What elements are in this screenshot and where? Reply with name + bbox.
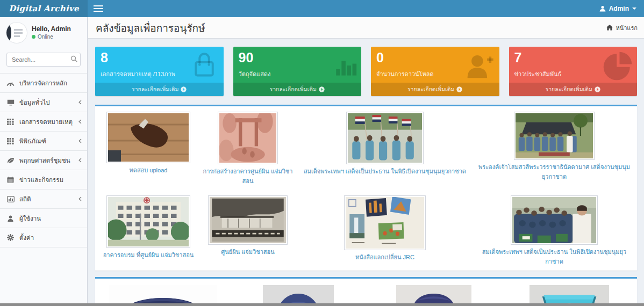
gallery-item: การก่อสร้างอาคารศูนย์ผิน แจ่มวิชาสอน xyxy=(199,112,296,189)
sidebar-toggle-button[interactable] xyxy=(88,0,109,17)
sidebar-item-community-botany[interactable]: พฤกษศาสตร์ชุมชน xyxy=(0,151,87,170)
user-icon xyxy=(6,215,15,222)
calendar-icon xyxy=(6,177,15,183)
search-icon xyxy=(70,55,77,62)
sidebar-item-users[interactable]: ผู้ใช้งาน xyxy=(0,209,87,228)
user-dropdown-label: Admin xyxy=(609,5,629,12)
stat-box-news: 7 ข่าวประชาสัมพันธ์ รายละเอียดเพิ่มเติม xyxy=(509,47,638,96)
main-content: คลังข้อมูลเพื่อการอนุรักษ์ หน้าแรก 8 เอก… xyxy=(88,17,644,306)
stat-more-link[interactable]: รายละเอียดเพิ่มเติม xyxy=(95,83,224,96)
pie-chart-icon xyxy=(603,51,633,83)
stat-box-downloads: 0 จำนวนการดาวน์โหลด รายละเอียดเพิ่มเติม xyxy=(371,47,499,96)
window-bottom-edge xyxy=(0,303,644,306)
gallery-row-1: ทดสอบ upload การก่อสร้างอาคารศูนย์ผิน แจ… xyxy=(95,106,637,190)
gallery-item: สมเด็จพระเทพฯ เสด็จเป็นประธาน ในพิธีเปิด… xyxy=(474,195,635,269)
sidebar-menu: บริหารจัดการหลัก ข้อมูลทั่วไป เอกสารจดหม… xyxy=(0,73,87,247)
user-icon xyxy=(599,5,606,12)
user-greeting: Hello, Admin xyxy=(32,25,71,34)
page-title: คลังข้อมูลเพื่อการอนุรักษ์ xyxy=(96,20,205,36)
user-plus-icon xyxy=(464,51,495,82)
user-panel: Hello, Admin Online xyxy=(0,17,87,49)
arrow-circle-right-icon xyxy=(181,86,187,92)
stat-box-exhibit-objects: 90 วัตถุจัดแสดง รายละเอียดเพิ่มเติม xyxy=(233,47,362,96)
photo-construction-thumbnail[interactable] xyxy=(218,112,278,164)
arrow-circle-right-icon xyxy=(456,86,462,92)
breadcrumb-home[interactable]: หน้าแรก xyxy=(616,23,638,33)
breadcrumb[interactable]: หน้าแรก xyxy=(606,23,638,33)
gallery-item: ทดสอบ upload xyxy=(97,112,199,178)
home-icon xyxy=(606,25,613,31)
gear-icon xyxy=(6,234,15,241)
sidebar-item-museum[interactable]: พิพิธภัณฑ์ xyxy=(0,132,87,151)
stat-more-link[interactable]: รายละเอียดเพิ่มเติม xyxy=(233,83,362,96)
stats-row: 8 เอกสารจดหมายเหตุ /113ภาพ รายละเอียดเพิ… xyxy=(95,47,637,96)
gallery-caption[interactable]: พระองค์เจ้าโสมสวลีพระวรราชาธินัดดามาศ เส… xyxy=(478,162,631,181)
sidebar-item-statistics[interactable]: สถิติ xyxy=(0,190,87,209)
photo-postcards-thumbnail[interactable] xyxy=(344,195,426,250)
grid-icon xyxy=(6,119,15,125)
gallery-caption[interactable]: หนังสือแลกเปลี่ยน JRC xyxy=(355,252,414,262)
gallery-item: สมเด็จพระเทพฯ เสด็จเป็นประธาน ในพิธีเปิด… xyxy=(296,112,474,179)
grid-icon xyxy=(6,138,15,144)
tv-icon xyxy=(6,99,15,106)
stat-more-link[interactable]: รายละเอียดเพิ่มเติม xyxy=(509,83,638,96)
gallery-caption[interactable]: สมเด็จพระเทพฯ เสด็จเป็นประธาน ในพิธีเปิด… xyxy=(304,166,466,176)
content-header: คลังข้อมูลเพื่อการอนุรักษ์ หน้าแรก xyxy=(88,17,644,39)
search-input[interactable] xyxy=(6,53,81,67)
gallery-caption[interactable]: การก่อสร้างอาคารศูนย์ผิน แจ่มวิชาสอน xyxy=(202,166,294,186)
gallery-caption[interactable]: สมเด็จพระเทพฯ เสด็จเป็นประธาน ในพิธีเปิด… xyxy=(478,247,631,266)
gallery-item: อาคารอบรม ที่ศูนย์ผิน แจ่มวิชาสอน xyxy=(97,195,199,263)
sidebar-item-archive-documents[interactable]: เอกสารจดหมายเหตุ xyxy=(0,112,87,132)
sidebar-item-settings[interactable]: ตั้งค่า xyxy=(0,228,87,247)
gallery-row-2: อาคารอบรม ที่ศูนย์ผิน แจ่มวิชาสอน xyxy=(95,190,637,271)
hamburger-icon xyxy=(94,5,103,6)
chevron-left-icon xyxy=(78,139,82,143)
sidebar-item-main-management[interactable]: บริหารจัดการหลัก xyxy=(0,74,87,93)
navbar-spacer xyxy=(109,0,592,17)
sidebar-search xyxy=(6,53,81,67)
gallery-caption[interactable]: อาคารอบรม ที่ศูนย์ผิน แจ่มวิชาสอน xyxy=(103,250,194,260)
sidebar: Hello, Admin Online บริหารจัดการหลัก xyxy=(0,17,88,306)
top-navbar: Digital Archive Admin xyxy=(0,0,644,17)
shopping-bag-icon xyxy=(189,51,219,83)
photo-center-bw-thumbnail[interactable] xyxy=(208,195,288,245)
photo-royal-ceremony-thumbnail[interactable] xyxy=(514,112,595,160)
stat-more-link[interactable]: รายละเอียดเพิ่มเติม xyxy=(371,83,499,96)
chevron-left-icon xyxy=(78,158,82,163)
user-status: Online xyxy=(32,33,71,40)
chevron-left-icon xyxy=(78,196,82,201)
leaf-icon xyxy=(6,157,15,164)
stat-box-archive-documents: 8 เอกสารจดหมายเหตุ /113ภาพ รายละเอียดเพิ… xyxy=(95,47,224,96)
arrow-circle-right-icon xyxy=(319,86,325,92)
gallery-caption[interactable]: ศูนย์ผิน แจ่มวิชาสอน xyxy=(221,247,274,257)
chevron-left-icon xyxy=(78,119,82,124)
photo-horn-thumbnail[interactable] xyxy=(106,112,190,163)
sidebar-item-news-events[interactable]: ข่าวและกิจกรรม xyxy=(0,170,87,190)
bar-chart-icon xyxy=(328,51,357,82)
gallery-item: พระองค์เจ้าโสมสวลีพระวรราชาธินัดดามาศ เส… xyxy=(474,112,635,185)
photo-training-building-thumbnail[interactable] xyxy=(106,195,190,248)
objects-row xyxy=(95,279,637,306)
caret-down-icon xyxy=(632,8,636,10)
chevron-left-icon xyxy=(78,100,82,105)
gallery-caption[interactable]: ทดสอบ upload xyxy=(130,165,168,175)
avatar xyxy=(6,23,27,43)
photo-flag-parade-thumbnail[interactable] xyxy=(346,112,424,164)
photo-royal-crowd-thumbnail[interactable] xyxy=(511,195,598,245)
dashboard-icon xyxy=(6,79,15,86)
sidebar-item-general-info[interactable]: ข้อมูลทั่วไป xyxy=(0,93,87,112)
gallery-panel: ทดสอบ upload การก่อสร้างอาคารศูนย์ผิน แจ… xyxy=(95,105,637,271)
objects-panel xyxy=(95,277,637,306)
gallery-item: หนังสือแลกเปลี่ยน JRC xyxy=(296,195,474,265)
search-submit-button[interactable] xyxy=(70,55,77,64)
arrow-circle-right-icon xyxy=(595,86,600,92)
user-dropdown[interactable]: Admin xyxy=(592,0,644,17)
gallery-item: ศูนย์ผิน แจ่มวิชาสอน xyxy=(199,195,296,260)
bar-chart-icon xyxy=(6,196,15,202)
brand-logo[interactable]: Digital Archive xyxy=(0,0,88,17)
online-status-icon xyxy=(32,35,35,39)
